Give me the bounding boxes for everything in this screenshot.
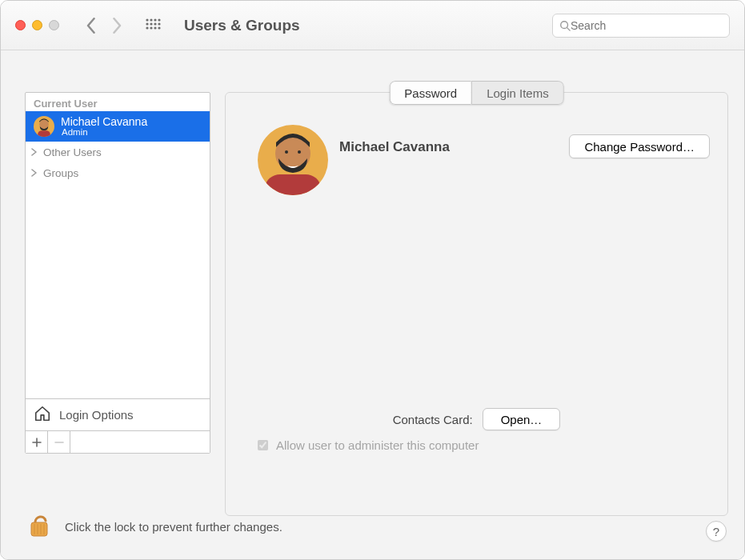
sidebar-user-name: Michael Cavanna xyxy=(61,116,147,128)
show-all-prefs-button[interactable] xyxy=(139,14,166,37)
sidebar-branch-label: Other Users xyxy=(43,146,102,158)
lock-icon[interactable] xyxy=(28,511,50,542)
add-user-button[interactable] xyxy=(26,431,48,453)
svg-point-1 xyxy=(150,18,152,21)
tab-password[interactable]: Password xyxy=(389,81,471,105)
svg-point-11 xyxy=(158,26,160,29)
chevron-right-icon xyxy=(110,18,122,34)
allow-admin-label: Allow user to administer this computer xyxy=(276,438,479,452)
back-button[interactable] xyxy=(83,17,101,34)
titlebar: Users & Groups xyxy=(1,1,744,50)
sidebar-section-label: Current User xyxy=(26,93,210,111)
lock-text: Click the lock to prevent further change… xyxy=(65,520,282,534)
tab-bar: Password Login Items xyxy=(389,81,563,105)
minimize-window-button[interactable] xyxy=(32,20,42,30)
chevron-right-icon xyxy=(30,148,38,156)
change-password-button[interactable]: Change Password… xyxy=(569,134,710,158)
sidebar-user-current[interactable]: Michael Cavanna Admin xyxy=(26,111,210,142)
login-options-button[interactable]: Login Options xyxy=(26,398,210,430)
question-mark-icon: ? xyxy=(713,525,719,538)
plus-icon xyxy=(32,438,42,447)
lock-row: Click the lock to prevent further change… xyxy=(28,511,282,542)
sidebar-branch-label: Groups xyxy=(43,167,78,179)
preference-pane-body: Current User Michael Cavanna Admin xyxy=(1,50,744,559)
svg-point-5 xyxy=(150,22,152,25)
window-controls xyxy=(15,20,59,30)
search-field[interactable] xyxy=(552,14,730,38)
svg-line-13 xyxy=(567,27,571,30)
sidebar-branch-groups[interactable]: Groups xyxy=(26,162,210,183)
svg-point-22 xyxy=(298,150,301,154)
zoom-window-button xyxy=(49,20,59,30)
sidebar-user-role: Admin xyxy=(61,127,147,137)
sidebar-footer-buttons xyxy=(26,430,210,453)
window-title: Users & Groups xyxy=(184,17,300,34)
svg-point-7 xyxy=(158,22,160,25)
minus-icon xyxy=(54,438,64,447)
chevron-left-icon xyxy=(86,18,98,34)
svg-point-21 xyxy=(285,150,288,154)
contacts-card-label: Contacts Card: xyxy=(393,413,473,426)
avatar-small xyxy=(34,116,54,137)
allow-admin-row: Allow user to administer this computer xyxy=(258,438,479,452)
chevron-right-icon xyxy=(30,169,38,177)
svg-rect-19 xyxy=(266,174,320,195)
grid-icon xyxy=(145,18,161,34)
svg-point-4 xyxy=(146,22,148,25)
user-avatar[interactable] xyxy=(258,125,328,195)
login-options-label: Login Options xyxy=(59,408,134,422)
user-display-name: Michael Cavanna xyxy=(339,139,450,155)
open-contacts-button[interactable]: Open… xyxy=(483,408,561,430)
users-sidebar: Current User Michael Cavanna Admin xyxy=(25,92,210,454)
svg-rect-23 xyxy=(31,522,47,536)
svg-point-0 xyxy=(146,18,148,21)
contacts-card-row: Contacts Card: Open… xyxy=(226,408,727,430)
svg-point-8 xyxy=(146,26,148,29)
allow-admin-checkbox xyxy=(258,440,268,450)
svg-point-9 xyxy=(150,26,152,29)
svg-rect-16 xyxy=(38,130,50,137)
svg-point-10 xyxy=(154,26,156,29)
close-window-button[interactable] xyxy=(15,20,26,30)
forward-button xyxy=(107,17,125,34)
search-input[interactable] xyxy=(571,19,723,32)
help-button[interactable]: ? xyxy=(706,521,727,542)
sidebar-branch-other-users[interactable]: Other Users xyxy=(26,142,210,162)
svg-point-3 xyxy=(158,18,160,21)
remove-user-button xyxy=(48,431,70,453)
svg-point-2 xyxy=(154,18,156,21)
user-detail-panel: Password Login Items Michael Cavanna Cha… xyxy=(225,92,728,516)
search-icon xyxy=(559,20,571,31)
svg-point-6 xyxy=(154,22,156,25)
tab-login-items[interactable]: Login Items xyxy=(471,81,564,105)
house-icon xyxy=(34,405,51,425)
